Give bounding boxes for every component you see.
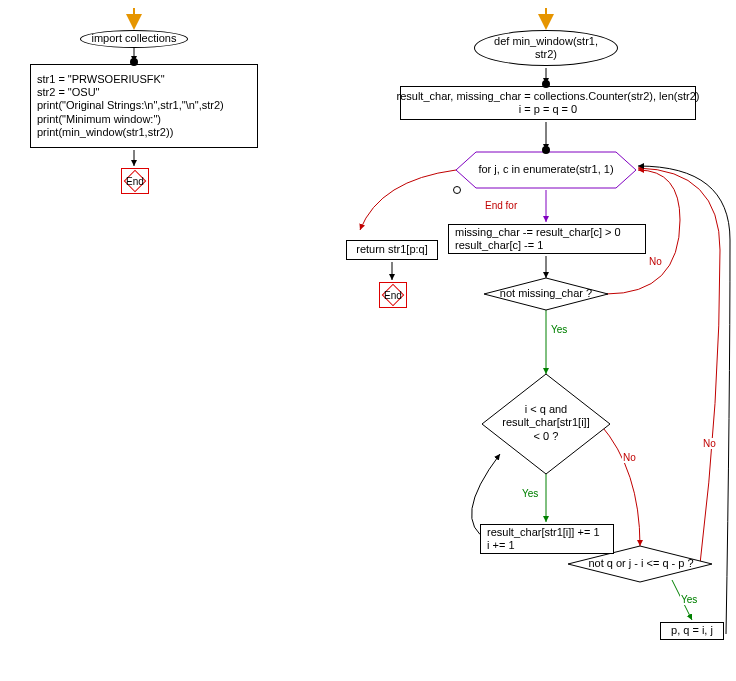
connector-dot bbox=[542, 146, 550, 154]
cond2-node: i < q and result_char[str1[i]] < 0 ? bbox=[492, 398, 600, 448]
loop-body-node: missing_char -= result_char[c] > 0 resul… bbox=[448, 224, 646, 254]
cond1-node: not missing_char ? bbox=[496, 286, 596, 302]
cond2-text: i < q and result_char[str1[i]] < 0 ? bbox=[502, 403, 589, 443]
init-text: result_char, missing_char = collections.… bbox=[397, 90, 700, 116]
cond3-node: not q or j - i <= q - p ? bbox=[582, 556, 700, 572]
cond2-yes-label: Yes bbox=[521, 488, 539, 499]
cond3-yes-label: Yes bbox=[680, 594, 698, 605]
func-def-node: def min_window(str1, str2) bbox=[474, 30, 618, 66]
return-text: return str1[p:q] bbox=[356, 243, 428, 256]
main-code-node: str1 = "PRWSOERIUSFK" str2 = "OSU" print… bbox=[30, 64, 258, 148]
cond2-body-node: result_char[str1[i]] += 1 i += 1 bbox=[480, 524, 614, 554]
init-node: result_char, missing_char = collections.… bbox=[400, 86, 696, 120]
right-end-node: End bbox=[379, 282, 407, 308]
import-node: import collections bbox=[80, 30, 188, 48]
import-text: import collections bbox=[92, 32, 177, 45]
cond3-no-label: No bbox=[702, 438, 717, 449]
connector-dot bbox=[130, 58, 138, 66]
loop-exit-port bbox=[453, 186, 461, 194]
return-node: return str1[p:q] bbox=[346, 240, 438, 260]
main-code-text: str1 = "PRWSOERIUSFK" str2 = "OSU" print… bbox=[37, 73, 224, 139]
cond1-no-label: No bbox=[648, 256, 663, 267]
cond3-text: not q or j - i <= q - p ? bbox=[588, 557, 693, 570]
for-loop-text: for j, c in enumerate(str1, 1) bbox=[478, 163, 613, 176]
cond3-body-text: p, q = i, j bbox=[671, 624, 713, 637]
left-end-node: End bbox=[121, 168, 149, 194]
cond3-body-node: p, q = i, j bbox=[660, 622, 724, 640]
for-loop-node: for j, c in enumerate(str1, 1) bbox=[476, 154, 616, 186]
func-def-text: def min_window(str1, str2) bbox=[483, 35, 609, 61]
connector-dot bbox=[542, 80, 550, 88]
right-end-label: End bbox=[384, 290, 402, 301]
cond1-yes-label: Yes bbox=[550, 324, 568, 335]
end-for-label: End for bbox=[484, 200, 518, 211]
left-end-label: End bbox=[126, 176, 144, 187]
loop-body-text: missing_char -= result_char[c] > 0 resul… bbox=[455, 226, 621, 252]
cond2-body-text: result_char[str1[i]] += 1 i += 1 bbox=[487, 526, 600, 552]
cond1-text: not missing_char ? bbox=[500, 287, 592, 300]
cond2-no-label: No bbox=[622, 452, 637, 463]
